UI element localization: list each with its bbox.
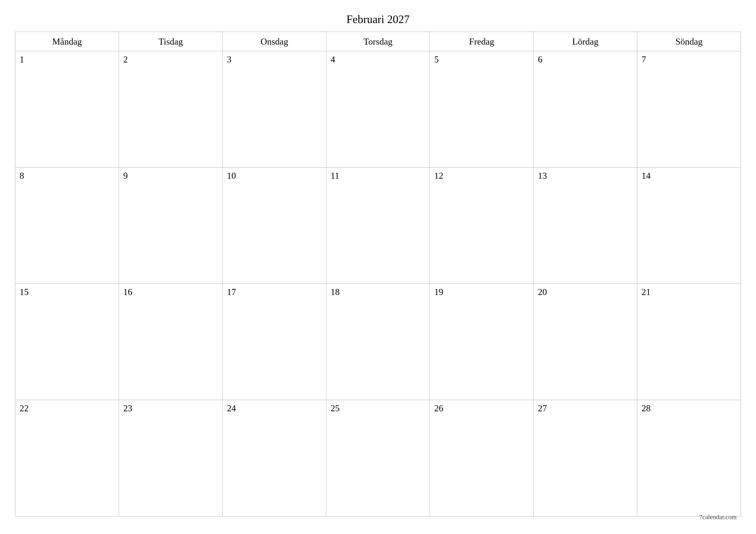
weekday-header-row: Måndag Tisdag Onsdag Torsdag Fredag Lörd… <box>15 32 741 51</box>
calendar-day-cell: 22 <box>15 400 119 516</box>
calendar-week-row: 8 9 10 11 12 13 14 <box>15 167 741 284</box>
calendar-day-cell: 2 <box>119 51 223 167</box>
calendar-day-cell: 14 <box>637 167 741 284</box>
calendar-day-cell: 25 <box>326 400 430 516</box>
calendar-day-cell: 6 <box>534 51 637 167</box>
calendar-day-cell: 12 <box>430 167 534 284</box>
calendar-day-cell: 18 <box>326 284 430 400</box>
calendar-day-cell: 26 <box>430 400 534 516</box>
calendar-day-cell: 19 <box>430 284 534 400</box>
weekday-header: Tisdag <box>119 32 223 51</box>
calendar-title: Februari 2027 <box>15 13 741 26</box>
calendar-day-cell: 5 <box>430 51 534 167</box>
calendar-day-cell: 11 <box>326 167 430 284</box>
weekday-header: Fredag <box>430 32 534 51</box>
calendar-day-cell: 27 <box>534 400 637 516</box>
calendar-day-cell: 9 <box>119 167 223 284</box>
calendar-day-cell: 1 <box>15 51 119 167</box>
calendar-day-cell: 13 <box>534 167 637 284</box>
calendar-day-cell: 20 <box>534 284 637 400</box>
weekday-header: Lördag <box>534 32 637 51</box>
weekday-header: Måndag <box>15 32 119 51</box>
calendar-week-row: 22 23 24 25 26 27 28 <box>15 400 741 516</box>
calendar-day-cell: 28 <box>637 400 741 516</box>
calendar-day-cell: 3 <box>223 51 326 167</box>
calendar-day-cell: 15 <box>15 284 119 400</box>
calendar-day-cell: 8 <box>15 167 119 284</box>
calendar-day-cell: 17 <box>223 284 326 400</box>
calendar-day-cell: 10 <box>223 167 326 284</box>
calendar-day-cell: 16 <box>119 284 223 400</box>
weekday-header: Onsdag <box>223 32 326 51</box>
calendar-day-cell: 7 <box>637 51 741 167</box>
calendar-week-row: 1 2 3 4 5 6 7 <box>15 51 741 167</box>
weekday-header: Söndag <box>637 32 741 51</box>
calendar-day-cell: 4 <box>326 51 430 167</box>
calendar-day-cell: 23 <box>119 400 223 516</box>
calendar-day-cell: 21 <box>637 284 741 400</box>
calendar-table: Måndag Tisdag Onsdag Torsdag Fredag Lörd… <box>15 32 741 516</box>
calendar-day-cell: 24 <box>223 400 326 516</box>
footer-credit: 7calendar.com <box>699 513 737 521</box>
calendar-week-row: 15 16 17 18 19 20 21 <box>15 284 741 400</box>
weekday-header: Torsdag <box>326 32 430 51</box>
